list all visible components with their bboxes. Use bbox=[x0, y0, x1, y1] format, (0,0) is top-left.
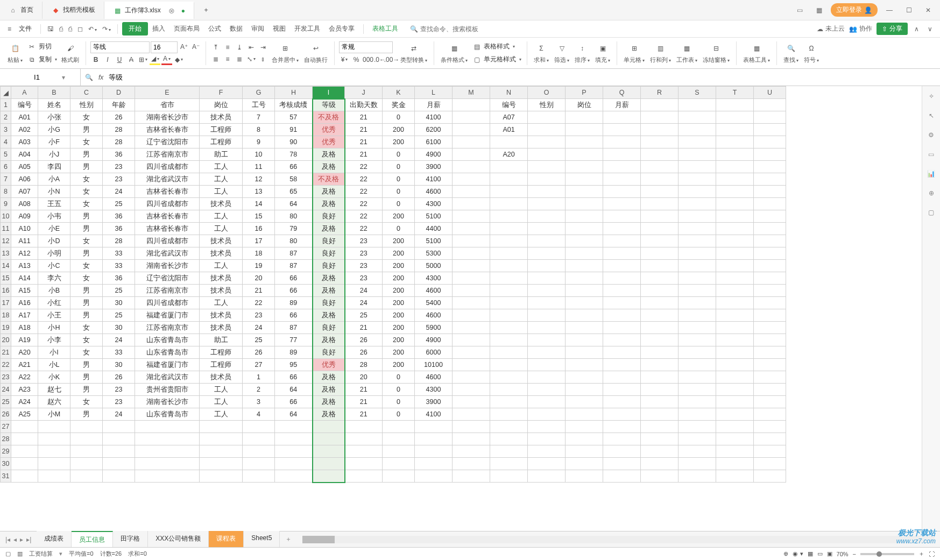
cell[interactable]: 0 bbox=[383, 371, 415, 384]
cell[interactable] bbox=[603, 445, 641, 458]
menu-页面布局[interactable]: 页面布局 bbox=[169, 22, 204, 36]
add-sheet-button[interactable]: ＋ bbox=[280, 531, 297, 547]
cell[interactable]: 2 bbox=[243, 384, 275, 396]
cell[interactable] bbox=[603, 359, 641, 371]
cell[interactable]: 男 bbox=[70, 124, 103, 136]
cell[interactable] bbox=[11, 445, 38, 458]
cell[interactable]: 小E bbox=[38, 223, 70, 235]
cell[interactable]: 技术员 bbox=[200, 247, 243, 260]
cell[interactable]: 良好 bbox=[313, 322, 345, 334]
cell[interactable] bbox=[70, 445, 103, 458]
row-header[interactable]: 24 bbox=[1, 384, 11, 396]
symbol-button[interactable]: Ω符号 bbox=[802, 41, 821, 65]
cell[interactable] bbox=[243, 433, 275, 445]
cell[interactable] bbox=[641, 124, 679, 136]
cell[interactable] bbox=[679, 99, 716, 111]
cell[interactable]: 0 bbox=[383, 198, 415, 210]
cell[interactable] bbox=[641, 198, 679, 210]
cell[interactable]: 23 bbox=[103, 396, 135, 408]
cell[interactable]: 女 bbox=[70, 198, 103, 210]
cell[interactable] bbox=[490, 371, 528, 384]
decimal-decrease-icon[interactable]: .00→ bbox=[386, 54, 397, 65]
horizontal-scrollbar[interactable] bbox=[302, 536, 935, 543]
cell[interactable] bbox=[566, 433, 603, 445]
cell[interactable] bbox=[453, 334, 490, 346]
cell[interactable] bbox=[754, 99, 786, 111]
cell[interactable] bbox=[453, 260, 490, 272]
cell[interactable] bbox=[603, 247, 641, 260]
cell[interactable]: 女 bbox=[70, 396, 103, 408]
cell[interactable] bbox=[453, 470, 490, 483]
cell[interactable] bbox=[38, 421, 70, 433]
cell[interactable]: 山东省青岛市 bbox=[135, 346, 200, 359]
cell[interactable] bbox=[528, 260, 566, 272]
cell[interactable]: 男 bbox=[70, 210, 103, 223]
cell[interactable]: 奖金 bbox=[383, 99, 415, 111]
cell[interactable]: 24 bbox=[243, 322, 275, 334]
cell[interactable] bbox=[528, 297, 566, 309]
cell[interactable] bbox=[603, 421, 641, 433]
cell[interactable]: 200 bbox=[383, 359, 415, 371]
row-header[interactable]: 12 bbox=[1, 235, 11, 247]
sheet-tab[interactable]: 课程表 bbox=[209, 531, 244, 548]
cell[interactable] bbox=[754, 433, 786, 445]
cell[interactable] bbox=[754, 272, 786, 285]
cell[interactable] bbox=[528, 111, 566, 124]
cell[interactable] bbox=[679, 470, 716, 483]
cell[interactable] bbox=[641, 322, 679, 334]
row-header[interactable]: 26 bbox=[1, 408, 11, 421]
cell[interactable] bbox=[528, 445, 566, 458]
cell[interactable] bbox=[603, 334, 641, 346]
row-header[interactable]: 20 bbox=[1, 334, 11, 346]
cell[interactable] bbox=[566, 272, 603, 285]
cell[interactable] bbox=[275, 458, 313, 470]
status-dropdown-icon[interactable]: ▾ bbox=[59, 550, 62, 557]
cell[interactable]: A05 bbox=[11, 161, 38, 173]
cell[interactable]: 江苏省南京市 bbox=[135, 148, 200, 161]
cell[interactable] bbox=[453, 346, 490, 359]
row-header[interactable]: 6 bbox=[1, 161, 11, 173]
sheet-tab[interactable]: Sheet5 bbox=[244, 531, 280, 548]
cell[interactable] bbox=[103, 470, 135, 483]
row-header[interactable]: 31 bbox=[1, 470, 11, 483]
cell[interactable] bbox=[453, 359, 490, 371]
cell[interactable] bbox=[754, 124, 786, 136]
menu-公式[interactable]: 公式 bbox=[204, 22, 225, 36]
cell[interactable]: 78 bbox=[275, 148, 313, 161]
cell[interactable]: 4300 bbox=[415, 198, 453, 210]
row-header[interactable]: 1 bbox=[1, 99, 11, 111]
cell[interactable] bbox=[528, 223, 566, 235]
cell[interactable] bbox=[490, 322, 528, 334]
cell[interactable] bbox=[103, 445, 135, 458]
cell[interactable]: 4100 bbox=[415, 173, 453, 186]
cell[interactable]: 18 bbox=[243, 247, 275, 260]
cell[interactable]: 33 bbox=[103, 247, 135, 260]
row-header[interactable]: 2 bbox=[1, 111, 11, 124]
cell[interactable]: 考核成绩 bbox=[275, 99, 313, 111]
menu-审阅[interactable]: 审阅 bbox=[247, 22, 268, 36]
cell[interactable] bbox=[453, 272, 490, 285]
cell[interactable] bbox=[566, 445, 603, 458]
cell[interactable]: A07 bbox=[11, 186, 38, 198]
cell[interactable]: 28 bbox=[103, 124, 135, 136]
cell[interactable]: 20 bbox=[345, 371, 383, 384]
cell[interactable] bbox=[566, 421, 603, 433]
cell[interactable]: 男 bbox=[70, 161, 103, 173]
cell[interactable]: 湖南省长沙市 bbox=[135, 260, 200, 272]
cell[interactable]: A22 bbox=[11, 371, 38, 384]
cell[interactable]: A23 bbox=[11, 384, 38, 396]
cell[interactable] bbox=[754, 161, 786, 173]
cell[interactable]: 23 bbox=[345, 247, 383, 260]
cell[interactable]: 及格 bbox=[313, 161, 345, 173]
cell[interactable] bbox=[528, 458, 566, 470]
freeze-button[interactable]: ⊟冻结窗格 bbox=[701, 41, 732, 65]
cell[interactable] bbox=[453, 235, 490, 247]
cell[interactable] bbox=[528, 272, 566, 285]
cell[interactable] bbox=[716, 111, 754, 124]
cell[interactable]: 不及格 bbox=[313, 173, 345, 186]
cell[interactable]: 吉林省长春市 bbox=[135, 124, 200, 136]
redo-icon[interactable]: ↷ bbox=[102, 25, 111, 33]
cell[interactable]: 技术员 bbox=[200, 272, 243, 285]
cell[interactable] bbox=[754, 458, 786, 470]
row-header[interactable]: 25 bbox=[1, 396, 11, 408]
